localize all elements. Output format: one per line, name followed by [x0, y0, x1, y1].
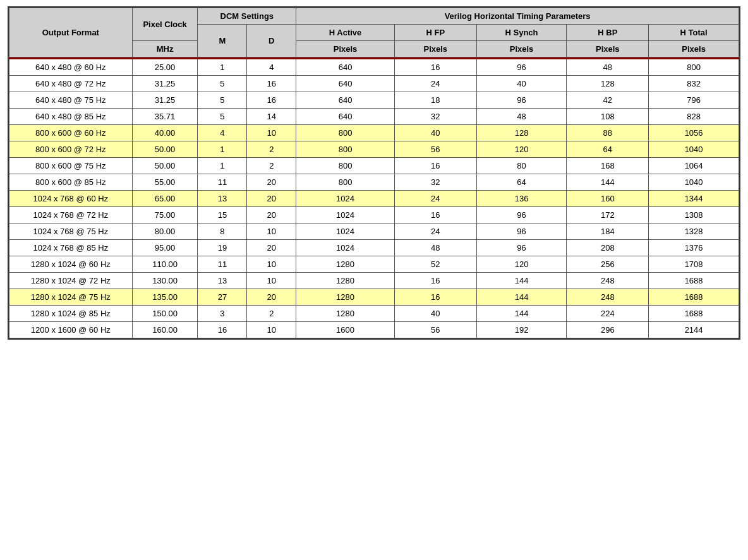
header-h-bp: H BP [567, 25, 649, 41]
table-row: 800 x 600 @ 72 Hz50.001280056120641040 [9, 141, 739, 158]
cell-hfp: 24 [394, 223, 476, 240]
cell-hfp: 32 [394, 109, 476, 125]
cell-hbp: 296 [567, 322, 649, 338]
cell-hfp: 18 [394, 92, 476, 109]
header-pixels-2: Pixels [394, 41, 476, 57]
cell-htotal: 1056 [649, 125, 739, 141]
cell-hfp: 16 [394, 158, 476, 174]
cell-htotal: 1040 [649, 141, 739, 158]
cell-hsynch: 120 [476, 141, 567, 158]
header-output-format: Output Format [9, 8, 133, 57]
cell-htotal: 1344 [649, 191, 739, 207]
cell-d: 2 [247, 141, 296, 158]
cell-m: 3 [198, 306, 247, 322]
timing-table-container: Output Format Pixel Clock DCM Settings V… [8, 6, 740, 340]
cell-hactive: 1280 [296, 256, 395, 273]
cell-d: 4 [247, 59, 296, 76]
cell-format: 1280 x 1024 @ 72 Hz [9, 273, 133, 289]
cell-format: 1024 x 768 @ 72 Hz [9, 207, 133, 223]
cell-hsynch: 144 [476, 306, 567, 322]
cell-format: 1280 x 1024 @ 85 Hz [9, 306, 133, 322]
cell-hfp: 16 [394, 207, 476, 223]
cell-hactive: 640 [296, 92, 395, 109]
cell-format: 1024 x 768 @ 85 Hz [9, 240, 133, 256]
table-body: 640 x 480 @ 60 Hz25.0014640169648800640 … [9, 59, 739, 338]
header-mhz: MHz [132, 41, 198, 57]
cell-mhz: 55.00 [132, 174, 198, 191]
cell-d: 16 [247, 92, 296, 109]
header-h-fp: H FP [394, 25, 476, 41]
header-pixels-1: Pixels [296, 41, 395, 57]
cell-hactive: 640 [296, 59, 395, 76]
cell-htotal: 832 [649, 76, 739, 92]
cell-hsynch: 40 [476, 76, 567, 92]
cell-mhz: 31.25 [132, 92, 198, 109]
cell-d: 10 [247, 223, 296, 240]
cell-hbp: 248 [567, 289, 649, 306]
cell-htotal: 800 [649, 59, 739, 76]
cell-hbp: 168 [567, 158, 649, 174]
cell-format: 800 x 600 @ 60 Hz [9, 125, 133, 141]
cell-mhz: 80.00 [132, 223, 198, 240]
table-row: 800 x 600 @ 60 Hz40.0041080040128881056 [9, 125, 739, 141]
cell-htotal: 1040 [649, 174, 739, 191]
cell-m: 1 [198, 158, 247, 174]
cell-format: 640 x 480 @ 75 Hz [9, 92, 133, 109]
cell-hbp: 248 [567, 273, 649, 289]
cell-format: 640 x 480 @ 72 Hz [9, 76, 133, 92]
header-pixels-4: Pixels [567, 41, 649, 57]
cell-hbp: 208 [567, 240, 649, 256]
table-row: 1024 x 768 @ 85 Hz95.0019201024489620813… [9, 240, 739, 256]
cell-format: 1200 x 1600 @ 60 Hz [9, 322, 133, 338]
cell-hsynch: 144 [476, 273, 567, 289]
cell-hactive: 1600 [296, 322, 395, 338]
cell-m: 27 [198, 289, 247, 306]
cell-hsynch: 64 [476, 174, 567, 191]
cell-d: 10 [247, 256, 296, 273]
cell-hbp: 224 [567, 306, 649, 322]
table-row: 1024 x 768 @ 60 Hz65.0013201024241361601… [9, 191, 739, 207]
cell-mhz: 135.00 [132, 289, 198, 306]
cell-m: 5 [198, 76, 247, 92]
cell-m: 19 [198, 240, 247, 256]
cell-hfp: 32 [394, 174, 476, 191]
cell-mhz: 75.00 [132, 207, 198, 223]
cell-hactive: 1280 [296, 273, 395, 289]
cell-hsynch: 96 [476, 240, 567, 256]
cell-htotal: 1328 [649, 223, 739, 240]
cell-format: 800 x 600 @ 85 Hz [9, 174, 133, 191]
cell-mhz: 35.71 [132, 109, 198, 125]
cell-m: 8 [198, 223, 247, 240]
cell-m: 13 [198, 191, 247, 207]
cell-m: 1 [198, 59, 247, 76]
cell-htotal: 1688 [649, 273, 739, 289]
cell-hactive: 640 [296, 109, 395, 125]
cell-d: 10 [247, 322, 296, 338]
cell-hbp: 160 [567, 191, 649, 207]
cell-hbp: 48 [567, 59, 649, 76]
cell-mhz: 50.00 [132, 141, 198, 158]
cell-hfp: 40 [394, 125, 476, 141]
cell-hactive: 1280 [296, 289, 395, 306]
cell-hfp: 56 [394, 141, 476, 158]
cell-hfp: 40 [394, 306, 476, 322]
cell-format: 640 x 480 @ 85 Hz [9, 109, 133, 125]
cell-hbp: 128 [567, 76, 649, 92]
cell-hfp: 16 [394, 273, 476, 289]
cell-hbp: 256 [567, 256, 649, 273]
cell-d: 16 [247, 76, 296, 92]
cell-hbp: 144 [567, 174, 649, 191]
header-d: D [247, 25, 296, 57]
cell-hactive: 640 [296, 76, 395, 92]
cell-hbp: 42 [567, 92, 649, 109]
cell-hactive: 1280 [296, 306, 395, 322]
cell-mhz: 31.25 [132, 76, 198, 92]
cell-hactive: 800 [296, 158, 395, 174]
cell-d: 20 [247, 191, 296, 207]
cell-mhz: 25.00 [132, 59, 198, 76]
table-row: 800 x 600 @ 85 Hz55.00112080032641441040 [9, 174, 739, 191]
header-pixels-3: Pixels [476, 41, 567, 57]
cell-hactive: 1024 [296, 191, 395, 207]
cell-hfp: 16 [394, 289, 476, 306]
cell-hsynch: 128 [476, 125, 567, 141]
